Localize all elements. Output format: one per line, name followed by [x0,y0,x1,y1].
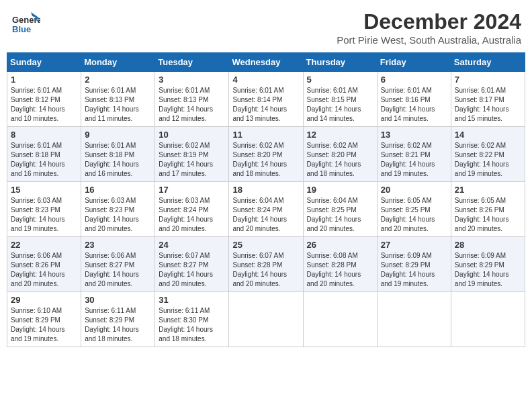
day-number: 30 [85,295,151,305]
sunrise: Sunrise: 6:05 AM [455,197,506,204]
day-cell-4: 4Sunrise: 6:01 AMSunset: 8:14 PMDaylight… [229,72,303,127]
daylight-minutes: and 18 minutes. [85,335,132,342]
daylight-hours: Daylight: 14 hours [232,105,287,113]
daylight-hours: Daylight: 14 hours [159,161,213,168]
day-info: Sunrise: 6:04 AMSunset: 8:25 PMDaylight:… [307,196,373,234]
daylight-hours: Daylight: 14 hours [159,105,213,113]
sunset: Sunset: 8:13 PM [159,96,208,103]
day-cell-2: 2Sunrise: 6:01 AMSunset: 8:13 PMDaylight… [81,72,155,127]
daylight-hours: Daylight: 14 hours [381,105,435,113]
sunset: Sunset: 8:23 PM [11,206,60,214]
weekday-header-thursday: Thursday [303,53,377,72]
day-cell-6: 6Sunrise: 6:01 AMSunset: 8:16 PMDaylight… [377,72,451,127]
daylight-minutes: and 20 minutes. [455,225,502,232]
daylight-hours: Daylight: 14 hours [85,326,139,333]
sunrise: Sunrise: 6:02 AM [455,142,506,149]
daylight-hours: Daylight: 14 hours [11,105,65,113]
day-number: 1 [11,75,77,85]
day-info: Sunrise: 6:03 AMSunset: 8:23 PMDaylight:… [11,196,77,234]
daylight-minutes: and 16 minutes. [11,170,58,177]
daylight-minutes: and 17 minutes. [159,170,206,177]
daylight-minutes: and 13 minutes. [232,115,280,122]
sunset: Sunset: 8:17 PM [455,96,504,103]
sunrise: Sunrise: 6:11 AM [159,307,210,314]
sunset: Sunset: 8:27 PM [85,261,134,269]
sunset: Sunset: 8:25 PM [381,206,431,214]
day-cell-26: 26Sunrise: 6:08 AMSunset: 8:28 PMDayligh… [303,237,377,292]
title-block: December 2024 Port Pirie West, South Aus… [337,9,521,46]
sunrise: Sunrise: 6:01 AM [381,87,432,94]
day-info: Sunrise: 6:06 AMSunset: 8:26 PMDaylight:… [11,251,77,289]
weekday-header-friday: Friday [377,53,451,72]
sunset: Sunset: 8:29 PM [11,316,60,324]
daylight-minutes: and 20 minutes. [159,280,206,287]
page-header: General Blue December 2024 Port Pirie We… [7,7,525,48]
daylight-minutes: and 10 minutes. [11,115,58,122]
sunset: Sunset: 8:18 PM [11,151,60,158]
day-cell-3: 3Sunrise: 6:01 AMSunset: 8:13 PMDaylight… [155,72,229,127]
day-cell-30: 30Sunrise: 6:11 AMSunset: 8:29 PMDayligh… [81,292,155,347]
sunset: Sunset: 8:13 PM [85,96,134,103]
day-cell-31: 31Sunrise: 6:11 AMSunset: 8:30 PMDayligh… [155,292,229,347]
day-number: 19 [307,185,373,195]
daylight-hours: Daylight: 14 hours [455,105,509,113]
daylight-minutes: and 20 minutes. [232,280,280,287]
day-number: 10 [159,130,225,140]
sunset: Sunset: 8:28 PM [307,261,357,269]
day-cell-21: 21Sunrise: 6:05 AMSunset: 8:26 PMDayligh… [451,182,525,237]
sunset: Sunset: 8:21 PM [381,151,431,158]
daylight-hours: Daylight: 14 hours [455,216,509,223]
sunset: Sunset: 8:26 PM [455,206,504,214]
sunrise: Sunrise: 6:03 AM [85,197,136,204]
day-info: Sunrise: 6:06 AMSunset: 8:27 PMDaylight:… [85,251,151,289]
sunset: Sunset: 8:15 PM [307,96,357,103]
sunrise: Sunrise: 6:03 AM [11,197,62,204]
sunset: Sunset: 8:29 PM [381,261,431,269]
day-info: Sunrise: 6:01 AMSunset: 8:18 PMDaylight:… [11,141,77,179]
daylight-hours: Daylight: 14 hours [307,161,361,168]
day-number: 2 [85,75,151,85]
day-cell-11: 11Sunrise: 6:02 AMSunset: 8:20 PMDayligh… [229,127,303,182]
day-cell-14: 14Sunrise: 6:02 AMSunset: 8:22 PMDayligh… [451,127,525,182]
day-number: 5 [307,75,373,85]
day-cell-29: 29Sunrise: 6:10 AMSunset: 8:29 PMDayligh… [7,292,81,347]
daylight-hours: Daylight: 14 hours [381,271,435,278]
sunset: Sunset: 8:20 PM [232,151,282,158]
day-info: Sunrise: 6:01 AMSunset: 8:14 PMDaylight:… [232,86,299,124]
day-info: Sunrise: 6:01 AMSunset: 8:17 PMDaylight:… [455,86,521,124]
empty-cell [451,292,525,347]
day-cell-16: 16Sunrise: 6:03 AMSunset: 8:23 PMDayligh… [81,182,155,237]
sunset: Sunset: 8:14 PM [232,96,282,103]
daylight-minutes: and 20 minutes. [11,280,58,287]
sunrise: Sunrise: 6:03 AM [159,197,210,204]
daylight-hours: Daylight: 14 hours [232,161,287,168]
day-number: 29 [11,295,77,305]
daylight-minutes: and 19 minutes. [11,225,58,232]
empty-cell [377,292,451,347]
day-cell-23: 23Sunrise: 6:06 AMSunset: 8:27 PMDayligh… [81,237,155,292]
sunrise: Sunrise: 6:09 AM [381,252,432,259]
main-title: December 2024 [337,9,521,34]
sunrise: Sunrise: 6:07 AM [232,252,283,259]
daylight-minutes: and 18 minutes. [159,335,206,342]
day-number: 6 [381,75,447,85]
sunrise: Sunrise: 6:06 AM [11,252,62,259]
sunset: Sunset: 8:20 PM [307,151,357,158]
daylight-hours: Daylight: 14 hours [85,216,139,223]
day-number: 3 [159,75,225,85]
day-cell-17: 17Sunrise: 6:03 AMSunset: 8:24 PMDayligh… [155,182,229,237]
sunset: Sunset: 8:12 PM [11,96,60,103]
svg-text:Blue: Blue [12,24,31,34]
daylight-hours: Daylight: 14 hours [11,326,65,333]
daylight-hours: Daylight: 14 hours [381,161,435,168]
day-number: 12 [307,130,373,140]
sunrise: Sunrise: 6:01 AM [307,87,358,94]
day-number: 8 [11,130,77,140]
sunset: Sunset: 8:22 PM [455,151,504,158]
daylight-minutes: and 19 minutes. [381,170,429,177]
day-cell-27: 27Sunrise: 6:09 AMSunset: 8:29 PMDayligh… [377,237,451,292]
daylight-minutes: and 12 minutes. [159,115,206,122]
daylight-hours: Daylight: 14 hours [307,105,361,113]
week-row-1: 1Sunrise: 6:01 AMSunset: 8:12 PMDaylight… [7,72,525,127]
daylight-minutes: and 20 minutes. [85,225,132,232]
